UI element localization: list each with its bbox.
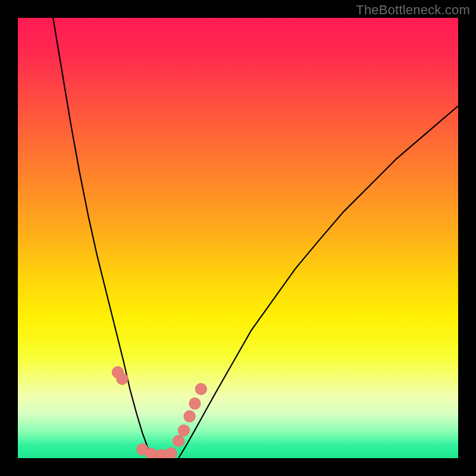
plot-area [18, 18, 458, 458]
data-marker [173, 436, 184, 447]
curve-left-curve [53, 18, 152, 458]
chart-frame: TheBottleneck.com [0, 0, 476, 476]
curve-right-curve [178, 106, 458, 458]
data-marker [189, 398, 201, 409]
data-marker [117, 373, 128, 384]
data-marker [165, 447, 177, 458]
data-marker [195, 383, 206, 394]
chart-svg [18, 18, 458, 458]
data-marker [184, 411, 195, 422]
watermark-text: TheBottleneck.com [356, 2, 470, 18]
data-marker [146, 448, 157, 458]
data-marker [178, 425, 189, 436]
